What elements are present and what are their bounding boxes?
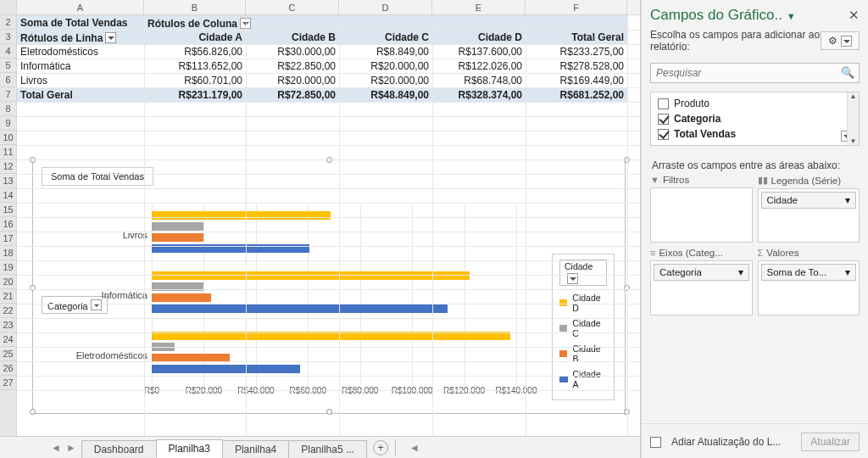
zone-values[interactable]: ΣValores Soma de To...▾ — [758, 248, 860, 316]
add-sheet-button[interactable]: + — [373, 440, 388, 455]
zone-legend[interactable]: ▮▮Legenda (Série) Cidade▾ — [758, 175, 860, 243]
cell-area[interactable]: Soma de Total Vendas Rótulos de Coluna R… — [17, 15, 640, 436]
tab-nav-prev-icon[interactable]: ◄ — [51, 442, 61, 454]
pivot-row-label: Eletrodomésticos — [17, 44, 144, 59]
chevron-down-icon[interactable] — [105, 32, 116, 43]
chart-bar[interactable] — [152, 233, 203, 242]
row-header[interactable]: 20 — [0, 275, 16, 289]
zone-title: Legenda (Série) — [771, 176, 841, 186]
y-tick-label: Eletrodomésticos — [76, 350, 147, 360]
row-header[interactable]: 21 — [0, 289, 16, 304]
row-header[interactable]: 9 — [0, 116, 16, 131]
row-header[interactable]: 6 — [0, 73, 16, 87]
search-input[interactable] — [650, 63, 860, 83]
chart-bar[interactable] — [152, 211, 331, 220]
chevron-down-icon[interactable]: ▾ — [738, 266, 743, 278]
zone-dropbox[interactable]: Soma de To...▾ — [758, 260, 860, 316]
chart-bar[interactable] — [152, 293, 211, 302]
row-header[interactable]: 16 — [0, 217, 16, 232]
col-header[interactable]: D — [339, 0, 432, 14]
pivot-cell: R$30.000,00 — [246, 44, 339, 59]
row-header[interactable]: 11 — [0, 145, 16, 159]
field-zones: ▼Filtros ▮▮Legenda (Série) Cidade▾ ≡Eixo… — [642, 175, 868, 316]
col-header[interactable]: F — [526, 0, 627, 14]
zone-item[interactable]: Categoria▾ — [654, 264, 749, 281]
pivot-cell: R$22.850,00 — [246, 59, 339, 73]
search-icon[interactable]: 🔍 — [841, 66, 854, 79]
chevron-down-icon[interactable]: ▾ — [845, 194, 850, 206]
legend-item: Cidade C — [559, 318, 607, 338]
row-header[interactable]: 18 — [0, 246, 16, 260]
chart-bar[interactable] — [152, 365, 300, 373]
chart-title[interactable]: Soma de Total Vendas — [42, 167, 153, 186]
row-header[interactable]: 17 — [0, 232, 16, 246]
pivot-cols-label[interactable]: Rótulos de Coluna — [144, 15, 627, 30]
chart-bar[interactable] — [152, 271, 470, 280]
divider — [395, 439, 400, 456]
field-search: 🔍 — [650, 63, 860, 83]
field-item[interactable]: Total Vendas — [653, 126, 857, 142]
col-header[interactable]: B — [144, 0, 246, 14]
row-header[interactable]: 13 — [0, 174, 16, 188]
field-item[interactable]: Categoria — [653, 111, 857, 126]
zone-dropbox[interactable] — [650, 187, 753, 243]
row-header[interactable]: 23 — [0, 318, 16, 332]
chart-bar[interactable] — [152, 304, 448, 313]
resize-handle[interactable] — [326, 409, 332, 415]
row-header[interactable]: 22 — [0, 304, 16, 318]
pivot-cell: R$20.000,00 — [246, 73, 339, 87]
field-list[interactable]: ProdutoCategoriaTotal Vendas▲▼ — [650, 92, 860, 146]
row-header[interactable]: 5 — [0, 59, 16, 73]
legend-field-button[interactable]: Cidade — [559, 260, 607, 286]
pivot-cell: R$8.849,00 — [339, 44, 432, 59]
row-header[interactable]: 24 — [0, 332, 16, 347]
col-header[interactable]: C — [246, 0, 339, 14]
selectall-corner[interactable] — [0, 0, 17, 14]
col-header[interactable]: E — [432, 0, 526, 14]
zone-axis[interactable]: ≡Eixos (Categ... Categoria▾ — [650, 248, 753, 316]
col-header[interactable]: A — [17, 0, 144, 14]
row-header[interactable]: 19 — [0, 260, 16, 275]
row-header[interactable]: 10 — [0, 131, 16, 145]
row-header[interactable]: 2 — [0, 15, 16, 30]
zone-dropbox[interactable]: Cidade▾ — [758, 188, 860, 243]
pivot-rows-label[interactable]: Rótulos de Linha — [17, 30, 144, 44]
tab-nav-next-icon[interactable]: ► — [66, 442, 76, 454]
row-header[interactable]: 12 — [0, 159, 16, 174]
row-header[interactable]: 3 — [0, 30, 16, 44]
zone-item[interactable]: Soma de To...▾ — [761, 264, 857, 281]
row-header[interactable]: 27 — [0, 376, 16, 390]
defer-checkbox[interactable] — [650, 437, 661, 448]
close-icon[interactable]: ✕ — [849, 8, 860, 23]
field-checkbox[interactable] — [658, 98, 669, 109]
zone-item[interactable]: Cidade▾ — [761, 192, 857, 209]
row-header[interactable]: 4 — [0, 44, 16, 59]
drag-instruction: Arraste os campos entre as áreas abaixo: — [642, 154, 868, 175]
sheet-tab[interactable]: Planilha5 ... — [288, 440, 367, 458]
hscroll-left-icon[interactable]: ◄ — [409, 442, 420, 454]
row-header[interactable]: 26 — [0, 361, 16, 376]
zone-dropbox[interactable]: Categoria▾ — [650, 260, 753, 316]
zone-filters[interactable]: ▼Filtros — [650, 175, 753, 243]
resize-handle[interactable] — [30, 409, 36, 415]
field-checkbox[interactable] — [658, 114, 669, 125]
chart-x-axis: R$0R$20.000R$40.000R$60.000R$80.000R$100… — [152, 386, 516, 398]
update-button[interactable]: Atualizar — [801, 433, 860, 451]
gear-button[interactable]: ⚙ — [821, 31, 860, 50]
chevron-down-icon[interactable]: ▾ — [845, 266, 850, 278]
sheet-tab[interactable]: Dashboard — [81, 440, 157, 458]
row-header[interactable]: 7 — [0, 87, 16, 102]
field-item[interactable]: Produto — [653, 96, 857, 111]
row-header[interactable]: 25 — [0, 347, 16, 361]
column-headers: A B C D E F — [0, 0, 640, 15]
field-checkbox[interactable] — [658, 129, 669, 140]
chevron-down-icon[interactable] — [841, 36, 852, 47]
sheet-tab[interactable]: Planilha4 — [222, 440, 289, 458]
sheet-tab[interactable]: Planilha3 — [156, 439, 223, 458]
row-header[interactable]: 14 — [0, 188, 16, 203]
scrollbar[interactable]: ▲▼ — [847, 92, 859, 145]
chart-bar[interactable] — [152, 222, 203, 231]
row-header[interactable]: 8 — [0, 102, 16, 116]
legend-label: Cidade C — [572, 318, 607, 338]
row-header[interactable]: 15 — [0, 203, 16, 217]
